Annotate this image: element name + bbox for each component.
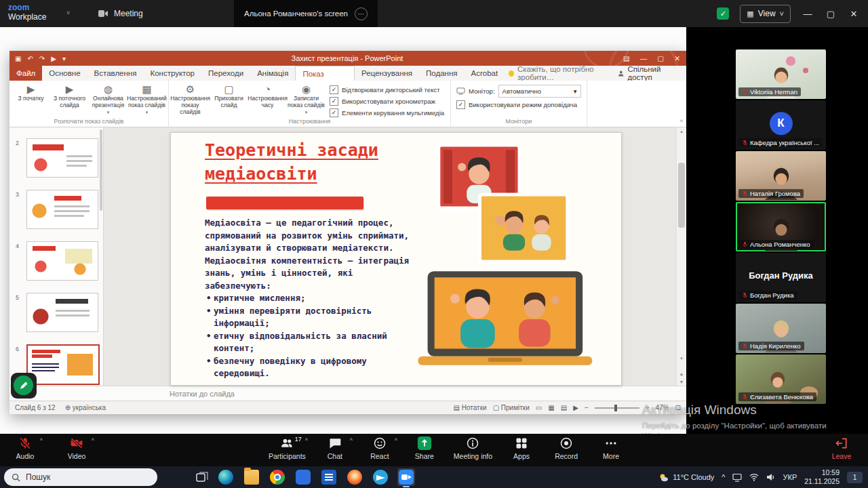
caret-up-icon[interactable]: ^ [395, 437, 397, 444]
comments-toggle[interactable]: ▢ Примітки [493, 404, 530, 411]
taskbar-app-blue[interactable] [294, 468, 312, 486]
rehearse-timings-button[interactable]: ◔Настроювання часу [248, 82, 287, 110]
checkbox-play-narrations[interactable]: ✓Відтворювати дикторський текст [330, 85, 444, 94]
notes-pane[interactable]: Нотатки до слайда [9, 386, 686, 401]
tab-acrobat[interactable]: Acrobat [465, 66, 505, 81]
record-button[interactable]: Record [551, 436, 582, 460]
previous-slide-button[interactable]: ▲ [679, 371, 684, 376]
maximize-button[interactable]: ▢ [825, 9, 837, 19]
tab-slideshow-active[interactable]: Показ слайдів [295, 66, 355, 81]
tab-view[interactable]: Подання [419, 66, 464, 81]
scroll-down-icon[interactable]: ▾ [677, 356, 686, 361]
participants-button[interactable]: 17 ^ Participants [269, 436, 306, 460]
clock[interactable]: 10:59 21.11.2025 [804, 468, 840, 485]
slide-thumbnail-4[interactable] [26, 241, 98, 281]
slide-thumbnail-5[interactable] [26, 293, 98, 332]
scroll-up-icon[interactable]: ▴ [677, 129, 686, 134]
from-current-slide-button[interactable]: ▶З поточного слайда [50, 82, 89, 110]
meeting-info-button[interactable]: Meeting info [454, 436, 492, 460]
tab-design[interactable]: Конструктор [143, 66, 201, 81]
language-indicator[interactable]: ⊕ українська [65, 404, 106, 411]
caret-up-icon[interactable]: ^ [40, 437, 43, 444]
slide-canvas[interactable]: Теоретичні засади медіаосвіти Медіаосвіт… [170, 132, 622, 386]
taskbar-app-red[interactable] [346, 468, 363, 486]
zoom-out-button[interactable]: − [585, 404, 589, 411]
slide-thumbnail-2[interactable] [26, 138, 98, 178]
caret-up-icon[interactable]: ^ [305, 437, 308, 444]
setup-slideshow-button[interactable]: ⚙Настроювання показу слайдів [171, 82, 210, 117]
participant-tile[interactable]: Єлизавета Венюкова [736, 354, 826, 404]
participant-tile[interactable]: К Кафедра української ... [736, 100, 826, 150]
slide-thumbnail-6-selected[interactable] [26, 344, 100, 385]
qat-customize-icon[interactable]: ▾ [62, 55, 66, 62]
annotation-button[interactable] [14, 375, 33, 395]
notes-toggle[interactable]: ▤ Нотатки [453, 404, 486, 411]
participant-tile[interactable]: Наталія Громова [736, 151, 826, 201]
minimize-button[interactable]: — [802, 9, 814, 19]
zoom-slider-thumb[interactable] [614, 405, 617, 411]
undo-icon[interactable]: ↶ [27, 55, 33, 62]
next-slide-button[interactable]: ▼ [679, 380, 684, 384]
tell-me-box[interactable]: Скажіть, що потрібно зробити… [509, 65, 618, 81]
ribbon-collapse-icon[interactable]: ^ [680, 119, 683, 125]
participant-tile[interactable]: Надія Кириленко [736, 304, 826, 353]
present-online-button[interactable]: ◍Онлайнова презентація▾ [89, 82, 127, 117]
ppt-close-button[interactable]: ✕ [674, 54, 680, 62]
share-document-button[interactable]: Спільний доступ [618, 65, 686, 81]
tab-file[interactable]: Файл [9, 66, 42, 81]
view-reading-icon[interactable]: ▤ [561, 404, 567, 411]
caret-up-icon[interactable]: ^ [92, 437, 94, 444]
view-normal-icon[interactable]: ▭ [536, 404, 542, 411]
react-button[interactable]: ^ React [364, 436, 395, 460]
tab-review[interactable]: Рецензування [355, 66, 419, 81]
checkbox-media-controls[interactable]: ✓Елементи керування мультимедіа [330, 108, 444, 117]
from-beginning-button[interactable]: ▶З початку [12, 82, 50, 104]
custom-slideshow-button[interactable]: ▦Настроюваний показ слайдів▾ [127, 82, 166, 117]
more-button[interactable]: More [595, 436, 627, 460]
redo-icon[interactable]: ↷ [39, 55, 45, 62]
chat-button[interactable]: ^ Chat [319, 436, 351, 460]
view-sorter-icon[interactable]: ▦ [548, 404, 554, 411]
taskbar-app-word[interactable] [320, 468, 338, 486]
tray-expand-icon[interactable]: ^ [722, 473, 725, 481]
weather-widget[interactable]: 11°C Cloudy [658, 473, 714, 482]
participant-tile[interactable]: Viktoriia Herman [736, 49, 826, 99]
participant-tile-active-speaker[interactable]: Альона Романченко [736, 202, 826, 251]
tab-insert[interactable]: Вставлення [87, 66, 144, 81]
save-icon[interactable]: ▣ [15, 55, 21, 62]
video-button[interactable]: ^ Video [61, 436, 92, 460]
start-slideshow-icon[interactable]: ▶ [51, 55, 56, 62]
taskbar-app-edge[interactable] [217, 468, 235, 486]
thumbnail-scrollbar[interactable] [100, 129, 102, 211]
taskbar-app-chrome[interactable] [269, 468, 286, 486]
checkbox-presenter-view[interactable]: ✓ Використовувати режим доповідача [456, 100, 577, 109]
tab-animations[interactable]: Анімація [250, 66, 295, 81]
caret-up-icon[interactable]: ^ [350, 437, 353, 444]
zoom-workplace-logo[interactable]: zoom Workplace ˅ [8, 3, 46, 22]
audio-button[interactable]: ^ Audio [9, 436, 41, 460]
apps-button[interactable]: Apps [506, 436, 537, 460]
tab-meeting[interactable]: Meeting [91, 0, 150, 27]
task-view-icon[interactable] [195, 470, 209, 484]
view-button[interactable]: ▦ View ˅ [740, 5, 791, 23]
zoom-slider[interactable] [595, 407, 639, 409]
display-icon[interactable] [732, 473, 742, 482]
taskbar-app-explorer[interactable] [243, 468, 260, 486]
share-button[interactable]: Share [409, 436, 440, 460]
keyboard-language[interactable]: УКР [783, 473, 797, 481]
leave-button[interactable]: Leave [826, 436, 857, 460]
slide-thumbnail-3[interactable] [26, 190, 98, 229]
view-slideshow-icon[interactable]: ▶ [573, 404, 578, 411]
taskbar-search[interactable]: Пошук [4, 468, 157, 486]
scrollbar-thumb[interactable] [678, 163, 685, 228]
hide-slide-button[interactable]: ▢Приховати слайд [210, 82, 248, 110]
tab-shared-screen[interactable]: Альона Романченко's screen ⋯ [234, 0, 378, 27]
notification-badge[interactable]: 1 [847, 472, 863, 483]
monitor-select[interactable]: Автоматично ▾ [498, 85, 581, 98]
participant-tile[interactable]: Богдан Рудика Богдан Рудика [736, 253, 826, 302]
wifi-icon[interactable] [749, 473, 759, 481]
record-slideshow-button[interactable]: ◉Записати показ слайдів▾ [287, 82, 326, 117]
taskbar-app-zoom-active[interactable] [397, 468, 415, 486]
tab-home[interactable]: Основне [42, 66, 87, 81]
ppt-restore-button[interactable]: ▢ [657, 54, 664, 62]
